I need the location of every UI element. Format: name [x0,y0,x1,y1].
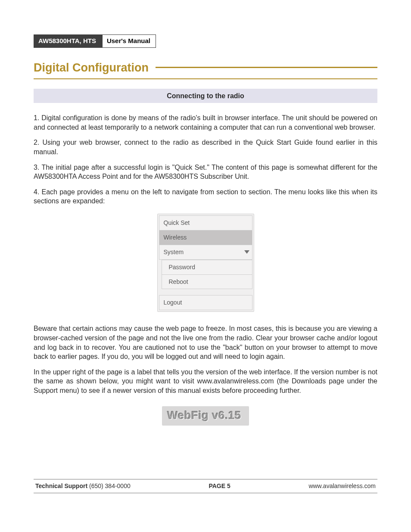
webfig-version-label: WebFig v6.15 [162,406,249,426]
paragraph-6: In the upper right of the page is a labe… [34,367,377,395]
page-container: AW58300HTA, HTS User's Manual Digital Co… [0,0,411,532]
menu-item-quickset[interactable]: Quick Set [159,215,252,230]
menu-item-logout[interactable]: Logout [159,295,252,310]
section-title-rule [156,67,377,68]
body-text-2: Beware that certain actions may cause th… [34,324,377,395]
menu-item-system-label: System [164,248,184,256]
paragraph-1: 1. Digital configuration is done by mean… [34,113,377,132]
menu-submenu: Password Reboot [162,260,252,289]
footer-support: Technical Support (650) 384-0000 [35,482,131,490]
menu-screenshot: Quick Set Wireless System Password Reboo… [34,214,377,312]
menu-item-system[interactable]: System [159,245,252,260]
section-title: Digital Configuration [34,60,156,78]
paragraph-4: 4. Each page provides a menu on the left… [34,187,377,206]
footer-page: PAGE 5 [209,482,230,490]
subtitle-bar: Connecting to the radio [34,89,377,103]
paragraph-5: Beware that certain actions may cause th… [34,324,377,361]
footer-support-phone: (650) 384-0000 [89,482,131,489]
paragraph-2: 2. Using your web browser, connect to th… [34,138,377,156]
model-badge: AW58300HTA, HTS [34,34,103,48]
chevron-down-icon [244,250,249,254]
menu-item-reboot[interactable]: Reboot [162,275,252,289]
version-label-wrap: WebFig v6.15 [34,406,377,426]
menu-spacer [159,289,252,295]
menu-item-wireless[interactable]: Wireless [159,230,252,245]
footer-page-label: PAGE 5 [209,482,230,489]
nav-menu: Quick Set Wireless System Password Reboo… [157,214,254,312]
doc-badge: User's Manual [103,34,156,48]
menu-item-password[interactable]: Password [162,260,252,275]
header-badge-row: AW58300HTA, HTS User's Manual [34,34,377,48]
page-footer: Technical Support (650) 384-0000 PAGE 5 … [34,479,377,493]
paragraph-3: 3. The initial page after a successful l… [34,163,377,181]
footer-support-label: Technical Support [35,482,87,489]
body-text: 1. Digital configuration is done by mean… [34,113,377,206]
footer-url: www.avalanwireless.com [308,482,376,490]
section-title-row: Digital Configuration [34,60,377,79]
